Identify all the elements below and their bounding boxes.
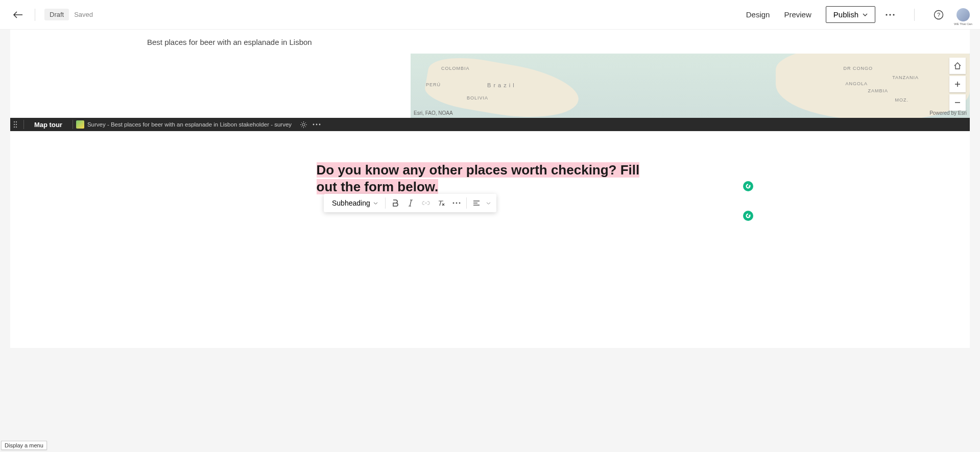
map-label-tanzania: TANZANIA — [892, 75, 919, 80]
content-area: Best places for beer with an esplanade i… — [10, 30, 970, 348]
block-settings-button[interactable] — [297, 118, 310, 131]
svg-point-2 — [893, 14, 894, 15]
text-format-toolbar: Subheading — [324, 194, 496, 212]
italic-icon — [408, 199, 413, 207]
grammarly-badge[interactable] — [743, 211, 753, 221]
story-body: Do you know any other places worth check… — [10, 131, 970, 348]
block-more-button[interactable] — [310, 118, 323, 131]
chevron-down-icon — [863, 13, 868, 16]
drag-handle[interactable] — [10, 118, 20, 131]
story-title[interactable]: Best places for beer with an esplanade i… — [147, 38, 833, 46]
svg-point-5 — [14, 121, 15, 122]
grammarly-icon — [745, 183, 751, 189]
divider — [35, 9, 35, 21]
link-button[interactable] — [418, 195, 434, 211]
map-zoom-in-button[interactable] — [949, 76, 966, 92]
map-label-peru: PERÚ — [426, 82, 441, 87]
survey-icon — [76, 120, 84, 129]
map-attribution: Esri, FAO, NOAA — [414, 110, 453, 116]
story-header: Best places for beer with an esplanade i… — [10, 30, 970, 54]
italic-button[interactable] — [403, 195, 418, 211]
avatar[interactable]: WE That Can — [957, 8, 970, 21]
text-style-select[interactable]: Subheading — [327, 199, 383, 207]
map-label-brazil: B r a z i l — [487, 82, 515, 88]
map-section: COLOMBIA PERÚ BOLIVIA B r a z i l DR CON… — [10, 54, 970, 118]
top-bar: Draft Saved Design Preview Publish ? WE … — [0, 0, 980, 30]
more-button[interactable] — [882, 7, 898, 22]
help-button[interactable]: ? — [931, 7, 946, 22]
home-icon — [953, 62, 962, 70]
svg-point-14 — [319, 124, 321, 125]
map-label-angola: ANGOLA — [845, 81, 868, 86]
preview-link[interactable]: Preview — [784, 10, 811, 19]
align-button[interactable] — [469, 195, 484, 211]
svg-point-6 — [16, 121, 17, 122]
map-canvas[interactable]: COLOMBIA PERÚ BOLIVIA B r a z i l DR CON… — [411, 54, 970, 118]
svg-text:?: ? — [937, 12, 940, 18]
svg-point-1 — [889, 14, 891, 15]
svg-point-9 — [14, 127, 15, 128]
svg-point-17 — [459, 203, 460, 204]
subheading-text[interactable]: Do you know any other places worth check… — [317, 162, 664, 195]
bold-icon — [392, 199, 398, 207]
map-powered-by: Powered by Esri — [929, 110, 967, 116]
map-label-moz: MOZ. — [895, 97, 909, 103]
avatar-caption: WE That Can — [954, 22, 972, 26]
svg-point-8 — [16, 124, 17, 125]
map-zoom-out-button[interactable] — [949, 94, 966, 111]
bold-button[interactable] — [388, 195, 403, 211]
design-link[interactable]: Design — [746, 10, 770, 19]
highlighted-span: Do you know any other places worth check… — [317, 162, 640, 194]
more-icon — [313, 123, 321, 125]
drag-icon — [13, 121, 17, 128]
draft-badge: Draft — [44, 9, 69, 20]
svg-point-0 — [886, 14, 887, 15]
svg-point-12 — [313, 124, 315, 125]
text-more-button[interactable] — [449, 195, 464, 211]
back-button[interactable] — [10, 7, 26, 22]
gear-icon — [300, 121, 307, 129]
svg-point-15 — [452, 203, 454, 204]
publish-label: Publish — [833, 10, 858, 19]
svg-point-16 — [456, 203, 457, 204]
divider — [914, 9, 915, 21]
svg-point-7 — [14, 124, 15, 125]
publish-button[interactable]: Publish — [826, 6, 875, 23]
saved-status: Saved — [74, 11, 93, 18]
map-label-bolivia: BOLIVIA — [467, 95, 488, 101]
grammarly-icon — [745, 213, 751, 219]
minus-icon — [954, 99, 961, 106]
align-left-icon — [473, 200, 480, 206]
map-left-panel — [10, 54, 411, 118]
clear-format-button[interactable] — [434, 195, 449, 211]
survey-name[interactable]: Survey - Best places for beer with an es… — [87, 121, 292, 128]
svg-point-11 — [302, 123, 305, 126]
align-dropdown[interactable] — [484, 195, 493, 211]
more-icon — [452, 202, 461, 204]
map-label-colombia: COLOMBIA — [441, 66, 470, 71]
block-type-label: Map tour — [27, 121, 69, 129]
grammarly-badge[interactable] — [743, 181, 753, 191]
link-icon — [422, 200, 430, 206]
text-style-label: Subheading — [332, 199, 370, 207]
clear-format-icon — [437, 199, 445, 207]
block-toolbar: Map tour Survey - Best places for beer w… — [10, 118, 970, 131]
map-home-button[interactable] — [949, 58, 966, 74]
map-label-drcongo: DR CONGO — [844, 66, 873, 71]
chevron-down-icon — [373, 202, 378, 205]
svg-point-10 — [16, 127, 17, 128]
svg-point-13 — [316, 124, 318, 125]
chevron-down-icon — [486, 202, 491, 205]
map-controls — [949, 58, 966, 111]
plus-icon — [954, 81, 961, 88]
map-label-zambia: ZAMBIA — [868, 88, 888, 93]
